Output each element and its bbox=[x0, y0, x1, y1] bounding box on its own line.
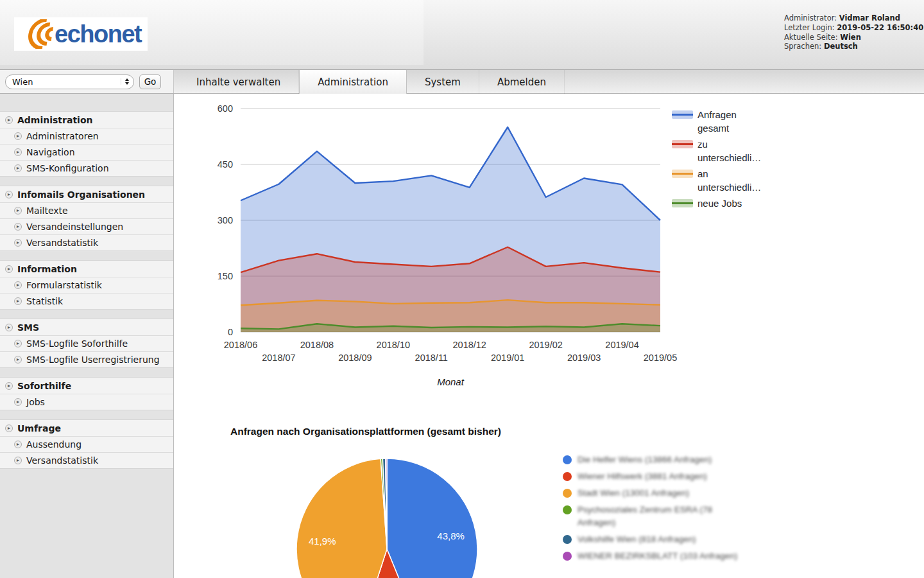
pie-legend-entry: WIENER BEZIRKSBLATT (103 Anfragen) bbox=[563, 550, 744, 563]
sidebar-item-label: SMS-Konfiguration bbox=[26, 163, 109, 173]
sidebar-item-umfrage[interactable]: ▸Umfrage bbox=[0, 420, 173, 436]
admin-info-line: Administrator: Vidmar Roland bbox=[784, 13, 923, 23]
legend-entry-zu-unterschiedli: zu unterschiedli… bbox=[672, 137, 769, 164]
arrow-bullet-icon: ▸ bbox=[14, 457, 22, 464]
pie-legend-entry: Die Helfer Wiens (13866 Anfragen) bbox=[563, 453, 744, 466]
legend-dot-icon bbox=[563, 535, 572, 544]
main-content: 01503004506002018/062018/072018/082018/0… bbox=[174, 94, 924, 578]
svg-text:2019/02: 2019/02 bbox=[529, 340, 562, 350]
pie-legend-label: WIENER BEZIRKSBLATT (103 Anfragen) bbox=[578, 550, 737, 563]
tab-administration[interactable]: Administration bbox=[299, 70, 407, 94]
sidebar-item-infomails-organisationen[interactable]: ▸Infomails Organisationen bbox=[0, 186, 173, 202]
sidebar-item-sms[interactable]: ▸SMS bbox=[0, 319, 173, 335]
sidebar-item-label: Jobs bbox=[26, 397, 45, 407]
area-chart: 01503004506002018/062018/072018/082018/0… bbox=[174, 96, 681, 398]
sidebar-item-label: Navigation bbox=[26, 147, 75, 157]
sidebar-item-mailtexte[interactable]: ▸Mailtexte bbox=[0, 202, 173, 218]
sidebar-item-sms-konfiguration[interactable]: ▸SMS-Konfiguration bbox=[0, 160, 173, 176]
sidebar-item-label: SMS-Logfile Soforthilfe bbox=[26, 338, 128, 349]
sidebar-item-soforthilfe[interactable]: ▸Soforthilfe bbox=[0, 378, 173, 394]
legend-entry-an-unterschiedli: an unterschiedli… bbox=[672, 167, 769, 194]
sidebar-item-sms-logfile-soforthilfe[interactable]: ▸SMS-Logfile Soforthilfe bbox=[0, 335, 173, 351]
sidebar-item-label: Umfrage bbox=[17, 423, 61, 434]
sidebar-item-label: SMS-Logfile Userregistrierung bbox=[26, 355, 160, 365]
arrow-bullet-icon: ▸ bbox=[14, 441, 22, 448]
sidebar-item-versandstatistik[interactable]: ▸Versandstatistik bbox=[0, 234, 173, 250]
sidebar-item-administration[interactable]: ▸Administration bbox=[0, 112, 173, 128]
go-button[interactable]: Go bbox=[139, 74, 161, 89]
sidebar-item-label: Administratoren bbox=[26, 131, 99, 141]
arrow-bullet-icon: ▸ bbox=[14, 398, 22, 406]
legend-label: neue Jobs bbox=[697, 197, 769, 210]
legend-label: zu unterschiedli… bbox=[697, 137, 769, 164]
arrow-bullet-icon: ▸ bbox=[14, 239, 22, 247]
tab-abmelden[interactable]: Abmelden bbox=[479, 70, 565, 94]
sidebar-group-administration: ▸Administration▸Administratoren▸Navigati… bbox=[0, 111, 173, 177]
legend-label: Anfragen gesamt bbox=[697, 108, 769, 135]
pie-legend-label: Stadt Wien (13001 Anfragen) bbox=[578, 487, 689, 500]
arrow-bullet-icon: ▸ bbox=[5, 382, 13, 390]
arrow-bullet-icon: ▸ bbox=[5, 191, 13, 198]
legend-label: an unterschiedli… bbox=[697, 167, 769, 194]
arrow-bullet-icon: ▸ bbox=[14, 148, 22, 156]
admin-info: Administrator: Vidmar RolandLetzter Logi… bbox=[784, 13, 923, 51]
arrow-bullet-icon: ▸ bbox=[5, 324, 13, 331]
sidebar-item-navigation[interactable]: ▸Navigation bbox=[0, 144, 173, 160]
svg-text:2018/06: 2018/06 bbox=[224, 340, 257, 350]
sidebar-item-versandeinstellungen[interactable]: ▸Versandeinstellungen bbox=[0, 218, 173, 234]
arrow-bullet-icon: ▸ bbox=[14, 356, 22, 363]
arrow-bullet-icon: ▸ bbox=[14, 297, 22, 305]
svg-text:0: 0 bbox=[228, 327, 233, 337]
svg-text:2019/01: 2019/01 bbox=[491, 353, 524, 363]
svg-text:2019/04: 2019/04 bbox=[605, 340, 638, 350]
svg-text:2018/12: 2018/12 bbox=[453, 340, 486, 350]
tab-system[interactable]: System bbox=[407, 70, 479, 94]
sidebar-item-label: Versandstatistik bbox=[26, 455, 98, 466]
legend-swatch-icon bbox=[672, 140, 693, 148]
sidebar-item-label: Formularstatistik bbox=[26, 280, 102, 290]
site-select-value: Wien bbox=[12, 77, 33, 87]
legend-dot-icon bbox=[563, 489, 572, 498]
pie-legend-label: Psychosoziales Zentrum ESRA (78 Anfragen… bbox=[578, 504, 744, 529]
sidebar-item-label: Versandstatistik bbox=[26, 238, 98, 248]
arrow-bullet-icon: ▸ bbox=[14, 223, 22, 231]
sidebar-group-information: ▸Information▸Formularstatistik▸Statistik bbox=[0, 260, 173, 310]
pie-legend-entry: Stadt Wien (13001 Anfragen) bbox=[563, 487, 744, 500]
sidebar-item-sms-logfile-userregistrierung[interactable]: ▸SMS-Logfile Userregistrierung bbox=[0, 351, 173, 367]
svg-text:450: 450 bbox=[218, 159, 233, 170]
sidebar-item-label: Infomails Organisationen bbox=[17, 189, 145, 200]
pie-slice-stadt-wien bbox=[296, 459, 387, 578]
sidebar-item-aussendung[interactable]: ▸Aussendung bbox=[0, 436, 173, 452]
svg-text:2018/11: 2018/11 bbox=[415, 353, 448, 363]
pie-legend-entry: Wiener Hilfswerk (3881 Anfragen) bbox=[563, 470, 744, 483]
area-chart-legend: Anfragen gesamtzu unterschiedli…an unter… bbox=[672, 108, 769, 210]
legend-swatch-icon bbox=[672, 199, 693, 207]
pie-legend-entry: Psychosoziales Zentrum ESRA (78 Anfragen… bbox=[563, 504, 744, 529]
sidebar-item-jobs[interactable]: ▸Jobs bbox=[0, 394, 173, 410]
stepper-down-icon bbox=[125, 82, 129, 85]
arrow-bullet-icon: ▸ bbox=[14, 281, 22, 289]
sidebar-item-versandstatistik[interactable]: ▸Versandstatistik bbox=[0, 452, 173, 468]
pie-legend-label: Die Helfer Wiens (13866 Anfragen) bbox=[578, 453, 712, 466]
sidebar-group-sms: ▸SMS▸SMS-Logfile Soforthilfe▸SMS-Logfile… bbox=[0, 319, 173, 368]
sidebar-item-administratoren[interactable]: ▸Administratoren bbox=[0, 128, 173, 144]
logo-waves-icon bbox=[17, 19, 55, 49]
legend-dot-icon bbox=[563, 455, 572, 464]
svg-text:600: 600 bbox=[218, 103, 233, 114]
echonet-logo[interactable]: echonet bbox=[14, 17, 148, 51]
svg-text:43,8%: 43,8% bbox=[437, 530, 465, 541]
sidebar-item-formularstatistik[interactable]: ▸Formularstatistik bbox=[0, 277, 173, 293]
legend-entry-anfragen-gesamt: Anfragen gesamt bbox=[672, 108, 769, 135]
tab-inhalte-verwalten[interactable]: Inhalte verwalten bbox=[178, 70, 299, 94]
sidebar-item-information[interactable]: ▸Information bbox=[0, 261, 173, 277]
pie-chart-legend: Die Helfer Wiens (13866 Anfragen)Wiener … bbox=[563, 453, 744, 566]
sidebar-item-label: Soforthilfe bbox=[17, 381, 71, 391]
sidebar-item-label: Versandeinstellungen bbox=[26, 222, 123, 232]
pie-legend-label: Wiener Hilfswerk (3881 Anfragen) bbox=[578, 470, 707, 483]
svg-text:41,9%: 41,9% bbox=[309, 536, 336, 547]
sidebar-item-statistik[interactable]: ▸Statistik bbox=[0, 293, 173, 309]
svg-text:2018/10: 2018/10 bbox=[377, 340, 410, 350]
arrow-bullet-icon: ▸ bbox=[14, 207, 22, 215]
site-select[interactable]: Wien bbox=[5, 74, 134, 89]
sidebar-item-label: Statistik bbox=[26, 296, 63, 306]
